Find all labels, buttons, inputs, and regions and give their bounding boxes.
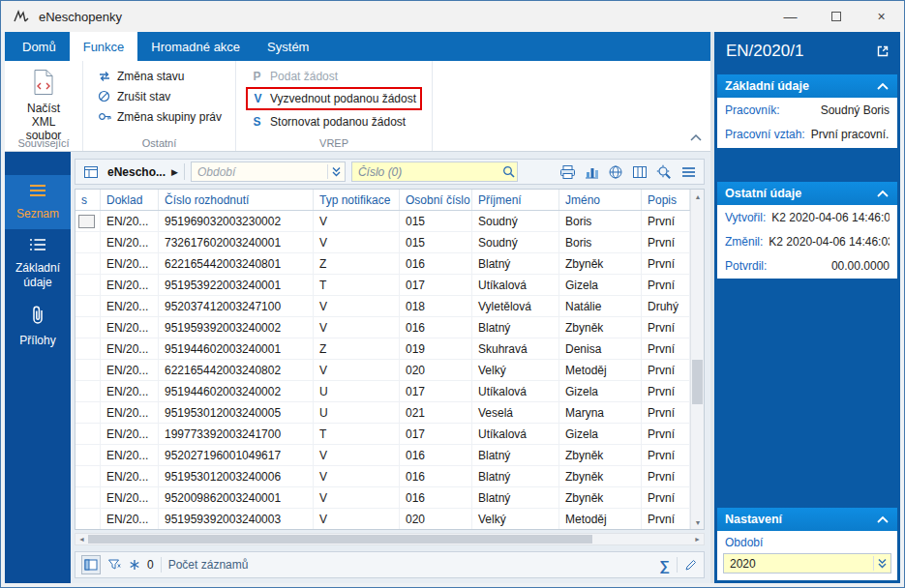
table-cell[interactable]: EN/20... — [101, 275, 159, 295]
edit-pencil-icon[interactable] — [684, 558, 698, 572]
table-cell[interactable]: 017 — [400, 424, 472, 444]
maximize-button[interactable] — [813, 1, 859, 32]
table-cell[interactable]: EN/20... — [101, 338, 159, 359]
table-cell[interactable]: Gizela — [559, 424, 642, 444]
table-cell[interactable]: Blatný — [472, 466, 559, 486]
table-cell[interactable]: 018 — [400, 296, 472, 316]
table-cell[interactable]: V — [314, 487, 400, 508]
table-cell[interactable]: Utíkalová — [472, 275, 559, 295]
table-cell[interactable]: Zbyněk — [559, 445, 642, 465]
settings-search-icon[interactable] — [653, 162, 675, 183]
columns-icon[interactable] — [629, 162, 650, 183]
table-cell[interactable]: 015 — [400, 232, 472, 252]
table-cell[interactable]: První — [642, 275, 690, 295]
table-cell[interactable]: Metoděj — [559, 360, 642, 380]
scroll-down-arrow[interactable]: ▼ — [691, 515, 705, 529]
table-cell[interactable]: Zbyněk — [559, 253, 642, 274]
column-header[interactable]: Osobní číslo — [400, 190, 472, 210]
scroll-left-arrow[interactable]: ◄ — [75, 534, 88, 544]
panel-toggle-button[interactable] — [81, 555, 101, 574]
table-cell[interactable]: Vyletělová — [472, 296, 559, 316]
search-icon[interactable] — [500, 165, 517, 178]
table-cell[interactable]: EN/20... — [101, 424, 159, 444]
table-cell[interactable]: Soudný — [472, 211, 559, 231]
table-cell[interactable]: U — [314, 381, 400, 401]
table-cell[interactable] — [75, 360, 101, 380]
table-cell[interactable]: EN/20... — [101, 487, 159, 508]
table-cell[interactable]: 016 — [400, 487, 472, 508]
table-row[interactable]: EN/20...951959392003240003V020VelkýMetod… — [75, 509, 690, 529]
table-cell[interactable]: Velký — [472, 509, 559, 529]
table-cell[interactable] — [75, 487, 101, 508]
table-cell[interactable]: V — [314, 317, 400, 338]
tab-hromadne-akce[interactable]: Hromadné akce — [137, 32, 254, 61]
close-button[interactable]: × — [859, 1, 904, 32]
table-cell[interactable]: Utíkalová — [472, 381, 559, 401]
book-view-icon[interactable] — [80, 162, 102, 183]
menu-hamburger-icon[interactable] — [678, 162, 699, 183]
sidebar-item-zakladni-udaje[interactable]: Základní údaje — [5, 229, 71, 298]
column-header[interactable]: Typ notifikace — [314, 190, 400, 210]
table-row[interactable]: EN/20...732617602003240001V015SoudnýBori… — [75, 232, 690, 253]
table-cell[interactable]: EN/20... — [101, 466, 159, 486]
table-cell[interactable]: 020 — [400, 509, 472, 529]
number-search-field[interactable]: Číslo (0) — [351, 162, 518, 182]
scroll-up-arrow[interactable]: ▲ — [691, 190, 705, 203]
table-cell[interactable]: V — [314, 445, 400, 465]
table-cell[interactable]: T — [314, 424, 400, 444]
view-dropdown-arrow-icon[interactable]: ▶ — [171, 167, 178, 177]
period-setting-combo[interactable]: 2020 — [723, 553, 891, 573]
table-cell[interactable] — [75, 211, 101, 231]
column-header[interactable]: Doklad — [101, 190, 159, 210]
table-cell[interactable]: Skuhravá — [472, 338, 559, 359]
table-cell[interactable]: 952009862003240001 — [159, 487, 314, 508]
table-cell[interactable]: 951953012003240006 — [159, 466, 314, 486]
sum-icon[interactable]: ∑ — [659, 557, 670, 573]
table-cell[interactable]: EN/20... — [101, 296, 159, 316]
double-chevron-down-icon[interactable] — [874, 557, 890, 570]
table-cell[interactable]: 021 — [400, 402, 472, 423]
table-cell[interactable]: 017 — [400, 275, 472, 295]
table-row[interactable]: EN/20...951953012003240006V016BlatnýZbyn… — [75, 466, 690, 487]
horizontal-scrollbar[interactable]: ◄ ► — [75, 533, 705, 545]
table-cell[interactable] — [75, 424, 101, 444]
table-cell[interactable]: 017 — [400, 381, 472, 401]
table-row[interactable]: EN/20...951953012003240005U021VeseláMary… — [75, 402, 690, 424]
sidebar-item-prilohy[interactable]: Přílohy — [5, 298, 71, 356]
table-cell[interactable]: 951959392003240002 — [159, 317, 314, 338]
table-cell[interactable]: V — [314, 232, 400, 252]
table-row[interactable]: EN/20...951953922003240001T017UtíkalováG… — [75, 275, 690, 296]
column-header[interactable]: Jméno — [559, 190, 642, 210]
table-cell[interactable]: U — [314, 402, 400, 423]
table-cell[interactable]: EN/20... — [101, 509, 159, 529]
table-row[interactable]: EN/20...199773392003241700T017UtíkalováG… — [75, 424, 690, 445]
table-cell[interactable]: Natálie — [559, 296, 642, 316]
table-cell[interactable]: V — [314, 360, 400, 380]
table-cell[interactable]: T — [314, 275, 400, 295]
column-header[interactable]: Číslo rozhodnutí — [159, 190, 314, 210]
tab-funkce[interactable]: Funkce — [70, 32, 138, 61]
table-cell[interactable] — [75, 253, 101, 274]
column-header[interactable]: Popis — [642, 190, 690, 210]
section-header-ostatni-udaje[interactable]: Ostatní údaje — [717, 182, 897, 205]
table-cell[interactable] — [75, 338, 101, 359]
table-row[interactable]: EN/20...951944602003240001Z019SkuhraváDe… — [75, 338, 690, 360]
table-row[interactable]: EN/20...952027196001049617V016BlatnýZbyn… — [75, 445, 690, 466]
table-cell[interactable]: 951969032003230002 — [159, 211, 314, 231]
table-cell[interactable]: Denisa — [559, 338, 642, 359]
tab-domu[interactable]: Domů — [9, 32, 70, 61]
table-cell[interactable]: Velký — [472, 360, 559, 380]
table-row[interactable]: EN/20...951944602003240002U017UtíkalováG… — [75, 381, 690, 402]
collapse-ribbon-button[interactable] — [689, 129, 703, 146]
double-chevron-down-icon[interactable] — [328, 165, 345, 178]
table-cell[interactable]: V — [314, 211, 400, 231]
table-cell[interactable]: Soudný — [472, 232, 559, 252]
table-cell[interactable]: První — [642, 338, 690, 359]
table-cell[interactable]: EN/20... — [101, 381, 159, 401]
table-cell[interactable]: Zbyněk — [559, 487, 642, 508]
table-cell[interactable]: 016 — [400, 445, 472, 465]
table-cell[interactable]: 015 — [400, 211, 472, 231]
table-cell[interactable]: První — [642, 466, 690, 486]
scroll-right-arrow[interactable]: ► — [691, 534, 704, 544]
table-cell[interactable]: 951959392003240003 — [159, 509, 314, 529]
